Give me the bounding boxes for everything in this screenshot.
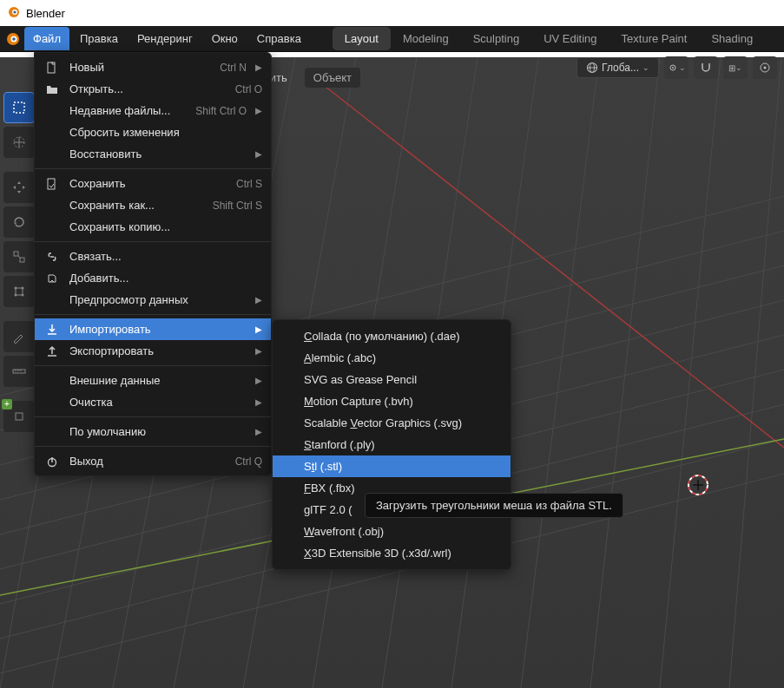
chevron-right-icon: ▶ (255, 376, 262, 385)
tab-shading[interactable]: Shading (699, 27, 765, 50)
globe-icon (586, 62, 598, 74)
titlebar: Blender (0, 0, 784, 26)
svg-point-48 (22, 287, 24, 290)
import-motion-capture[interactable]: Motion Capture (.bvh) (273, 390, 511, 412)
menu-data-preview[interactable]: Предпросмотр данных ▶ (35, 289, 271, 311)
menu-file[interactable]: Файл (24, 27, 69, 50)
menu-cleanup[interactable]: Очистка ▶ (35, 391, 271, 413)
menu-link[interactable]: Связать... (35, 246, 271, 267)
pivot-dropdown[interactable]: ⌄ (664, 56, 688, 79)
svg-point-38 (764, 67, 767, 69)
menu-new[interactable]: Новый Ctrl N ▶ (35, 56, 271, 78)
measure-tool[interactable] (3, 356, 35, 387)
import-alembic[interactable]: Alembic (.abc) (273, 347, 511, 369)
menu-open[interactable]: Открыть... Ctrl O (35, 78, 271, 100)
separator (35, 168, 271, 169)
rotate-tool[interactable] (3, 206, 35, 238)
menu-edit[interactable]: Правка (71, 27, 127, 50)
pivot-icon (667, 62, 679, 74)
tab-layout[interactable]: Layout (333, 27, 391, 50)
tooltip: Загрузить треугольники меша из файла STL… (365, 493, 623, 518)
menu-window[interactable]: Окно (203, 27, 247, 50)
power-icon (43, 455, 61, 468)
separator (35, 365, 271, 366)
annotate-tool[interactable] (3, 321, 35, 352)
chevron-right-icon: ▶ (255, 427, 262, 436)
svg-rect-46 (16, 288, 23, 295)
menu-recent-files[interactable]: Недавние файлы... Shift Ctrl O ▶ (35, 100, 271, 121)
import-stl[interactable]: Stl (.stl) (273, 455, 511, 477)
menu-export[interactable]: Экспортировать ▶ (35, 340, 271, 362)
append-icon (43, 272, 61, 285)
menu-save-copy[interactable]: Сохранить копию... (35, 216, 271, 238)
separator (35, 241, 271, 242)
tab-modeling[interactable]: Modeling (391, 27, 461, 50)
menu-external-data[interactable]: Внешние данные ▶ (35, 370, 271, 391)
import-svg[interactable]: Scalable Vector Graphics (.svg) (273, 412, 511, 434)
menu-save-as[interactable]: Сохранить как... Shift Ctrl S (35, 194, 271, 216)
orientation-label: Глоба... (602, 62, 639, 74)
import-x3d[interactable]: X3D Extensible 3D (.x3d/.wrl) (273, 542, 511, 564)
export-icon (43, 345, 61, 357)
import-svg-gp[interactable]: SVG as Grease Pencil (273, 369, 511, 390)
proportional-toggle[interactable] (753, 56, 777, 79)
tab-sculpting[interactable]: Sculpting (461, 27, 531, 50)
svg-rect-55 (16, 413, 23, 420)
svg-point-50 (22, 294, 24, 297)
tab-texturepaint[interactable]: Texture Paint (609, 27, 700, 50)
snap-toggle[interactable] (694, 56, 718, 79)
menu-quit[interactable]: Выход Ctrl Q (35, 450, 271, 472)
top-menubar: Файл Правка Рендеринг Окно Справка Layou… (0, 26, 784, 52)
folder-icon (43, 83, 61, 95)
proportional-icon (759, 62, 771, 74)
transform-tool[interactable] (3, 276, 35, 307)
svg-line-45 (18, 256, 20, 258)
svg-rect-44 (20, 258, 24, 262)
snap-dropdown[interactable]: ⊞⌄ (723, 56, 748, 79)
orientation-dropdown[interactable]: Глоба... ⌄ (576, 57, 659, 78)
scale-tool[interactable] (3, 241, 35, 272)
menu-revert[interactable]: Сбросить изменения (35, 121, 271, 143)
chevron-right-icon: ▶ (255, 295, 262, 305)
save-icon (43, 178, 61, 190)
chevron-down-icon: ⌄ (642, 63, 649, 72)
box-select-tool[interactable] (3, 92, 35, 123)
new-file-icon (43, 62, 61, 74)
blender-icon (7, 5, 21, 22)
blender-logo-icon (3, 29, 23, 49)
svg-rect-43 (14, 252, 18, 256)
svg-rect-39 (14, 102, 24, 113)
workspace-tabs: Layout Modeling Sculpting UV Editing Tex… (333, 27, 765, 50)
menu-append[interactable]: Добавить... (35, 267, 271, 289)
svg-point-2 (13, 10, 16, 13)
svg-point-36 (672, 67, 674, 69)
import-wavefront[interactable]: Wavefront (.obj) (273, 521, 511, 542)
menu-import[interactable]: Импортировать ▶ (35, 318, 271, 340)
cursor-tool[interactable] (3, 127, 35, 158)
import-icon (43, 324, 61, 336)
tool-shelf: + (3, 92, 38, 432)
chevron-right-icon: ▶ (255, 346, 262, 356)
svg-rect-51 (13, 370, 25, 373)
import-submenu: Collada (по умолчанию) (.dae) Alembic (.… (272, 319, 511, 570)
magnet-icon (700, 62, 712, 74)
chevron-right-icon: ▶ (255, 397, 262, 407)
separator (35, 314, 271, 315)
menu-save[interactable]: Сохранить Ctrl S (35, 173, 271, 194)
move-tool[interactable] (3, 172, 35, 203)
menu-defaults[interactable]: По умолчанию ▶ (35, 421, 271, 442)
svg-point-5 (12, 37, 16, 41)
separator (35, 446, 271, 447)
tab-uvediting[interactable]: UV Editing (531, 27, 609, 50)
add-cube-tool[interactable]: + (3, 401, 35, 432)
chevron-right-icon: ▶ (255, 62, 262, 72)
import-collada[interactable]: Collada (по умолчанию) (.dae) (273, 325, 511, 347)
svg-point-47 (15, 287, 17, 290)
import-stanford-ply[interactable]: Stanford (.ply) (273, 434, 511, 455)
3d-cursor-icon (685, 472, 711, 498)
file-dropdown-menu: Новый Ctrl N ▶ Открыть... Ctrl O Недавни… (34, 52, 272, 476)
menu-render[interactable]: Рендеринг (128, 27, 201, 50)
separator (35, 416, 271, 417)
menu-recover[interactable]: Восстановить ▶ (35, 143, 271, 165)
menu-help[interactable]: Справка (248, 27, 310, 50)
